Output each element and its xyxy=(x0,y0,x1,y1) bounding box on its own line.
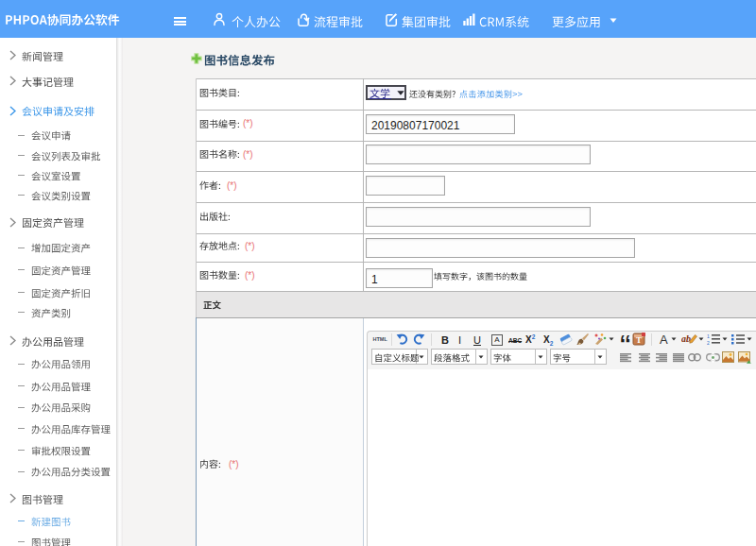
svg-text:2: 2 xyxy=(707,339,710,345)
svg-text:1: 1 xyxy=(707,333,710,339)
svg-text:T: T xyxy=(636,335,642,345)
svg-text:ab: ab xyxy=(681,333,691,344)
